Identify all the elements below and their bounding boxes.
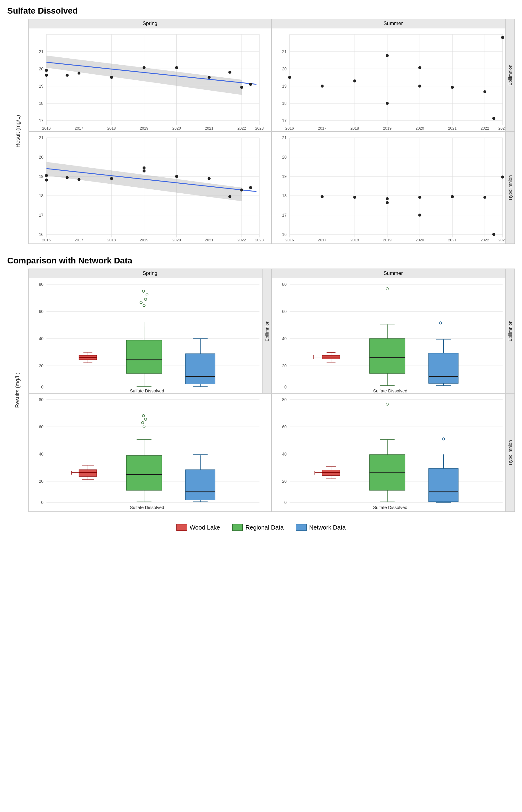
svg-point-72	[353, 79, 356, 82]
svg-text:20: 20	[282, 155, 287, 160]
svg-rect-125	[272, 132, 515, 243]
svg-text:20: 20	[39, 363, 44, 368]
svg-text:2017: 2017	[318, 126, 326, 130]
svg-text:19: 19	[282, 84, 287, 88]
legend-item-network: Network Data	[296, 524, 346, 531]
svg-text:2020: 2020	[415, 238, 424, 242]
svg-text:2018: 2018	[350, 126, 359, 130]
svg-point-34	[110, 76, 113, 79]
svg-text:80: 80	[39, 397, 44, 402]
svg-text:2022: 2022	[237, 126, 246, 130]
svg-text:40: 40	[39, 452, 44, 456]
svg-text:2021: 2021	[448, 126, 457, 130]
svg-point-76	[418, 85, 421, 87]
svg-text:20: 20	[39, 155, 44, 160]
svg-text:20: 20	[39, 66, 44, 71]
legend: Wood Lake Regional Data Network Data	[7, 518, 515, 537]
svg-point-158	[386, 201, 389, 204]
svg-text:2022: 2022	[237, 238, 246, 242]
y-axis-label-1: Result (mg/L)	[15, 115, 21, 147]
svg-text:18: 18	[39, 193, 44, 198]
svg-text:40: 40	[282, 336, 287, 341]
svg-text:0: 0	[41, 385, 43, 389]
svg-text:2017: 2017	[75, 126, 83, 130]
facet-header-spring-1: Spring	[29, 19, 271, 28]
svg-point-162	[451, 195, 454, 198]
svg-text:2019: 2019	[383, 238, 392, 242]
svg-text:2018: 2018	[350, 238, 359, 242]
svg-text:2020: 2020	[172, 238, 181, 242]
svg-point-37	[207, 76, 210, 79]
svg-text:80: 80	[39, 282, 44, 287]
svg-point-117	[110, 177, 113, 180]
svg-text:Sulfate Dissolved: Sulfate Dissolved	[373, 505, 407, 510]
svg-point-119	[143, 169, 146, 172]
svg-text:2020: 2020	[172, 126, 181, 130]
side-label-epi-2: Epilimnion	[262, 269, 271, 393]
svg-point-123	[240, 188, 243, 191]
svg-text:21: 21	[282, 135, 287, 140]
svg-point-74	[386, 102, 389, 105]
svg-text:19: 19	[282, 174, 287, 179]
svg-text:17: 17	[282, 213, 287, 218]
svg-text:19: 19	[39, 84, 44, 88]
svg-text:2017: 2017	[75, 238, 83, 242]
svg-point-113	[45, 174, 48, 177]
svg-text:80: 80	[282, 397, 287, 402]
svg-text:80: 80	[282, 282, 287, 287]
svg-point-77	[451, 86, 454, 89]
svg-point-39	[240, 86, 243, 89]
svg-text:Sulfate Dissolved: Sulfate Dissolved	[130, 505, 164, 510]
svg-point-157	[386, 197, 389, 200]
svg-text:0: 0	[284, 500, 287, 505]
svg-rect-278	[272, 393, 515, 511]
svg-point-31	[45, 74, 48, 77]
section-title-2: Comparison with Network Data	[7, 256, 515, 266]
svg-text:16: 16	[282, 232, 287, 237]
svg-text:21: 21	[39, 49, 44, 54]
svg-text:0: 0	[284, 385, 287, 389]
side-label-hypo: Hypolimnion	[505, 132, 515, 243]
svg-point-163	[483, 196, 486, 199]
svg-rect-185	[126, 340, 162, 373]
svg-text:2016: 2016	[42, 238, 51, 242]
svg-point-115	[65, 176, 68, 179]
svg-rect-224	[369, 339, 405, 373]
svg-point-159	[418, 196, 421, 199]
svg-rect-197	[185, 354, 215, 384]
svg-text:60: 60	[282, 424, 287, 429]
legend-item-woodlake: Wood Lake	[176, 524, 220, 531]
legend-box-regional	[232, 524, 243, 531]
svg-point-160	[418, 214, 421, 217]
svg-text:2019: 2019	[383, 126, 392, 130]
svg-point-79	[493, 117, 496, 120]
svg-text:2021: 2021	[205, 238, 213, 242]
svg-point-156	[353, 196, 356, 199]
legend-box-network	[296, 524, 307, 531]
svg-rect-204	[272, 278, 515, 393]
svg-point-36	[175, 66, 178, 69]
svg-text:2019: 2019	[140, 126, 148, 130]
svg-text:60: 60	[282, 309, 287, 314]
svg-point-122	[228, 195, 232, 198]
svg-point-116	[78, 178, 81, 181]
svg-text:2022: 2022	[481, 238, 489, 242]
svg-text:2023: 2023	[255, 126, 264, 130]
svg-rect-232	[429, 353, 458, 383]
svg-point-32	[65, 74, 68, 77]
svg-point-35	[143, 66, 146, 69]
svg-point-78	[483, 90, 486, 93]
side-label-hypo-2: Hypolimnion	[505, 393, 515, 511]
svg-rect-260	[126, 455, 162, 490]
facet-summer-epi: Summer	[272, 19, 515, 131]
legend-label-network: Network Data	[309, 524, 346, 531]
boxplot-summer-epi: Summer 0 20 40 60 80	[272, 268, 515, 393]
svg-text:18: 18	[39, 101, 44, 106]
facet-spring-epi: Spring	[28, 19, 272, 131]
svg-text:2020: 2020	[415, 126, 424, 130]
svg-text:Sulfate Dissolved: Sulfate Dissolved	[130, 388, 164, 393]
svg-text:0: 0	[41, 500, 43, 505]
svg-point-40	[249, 83, 252, 86]
legend-box-woodlake	[176, 524, 187, 531]
svg-point-114	[45, 179, 48, 182]
